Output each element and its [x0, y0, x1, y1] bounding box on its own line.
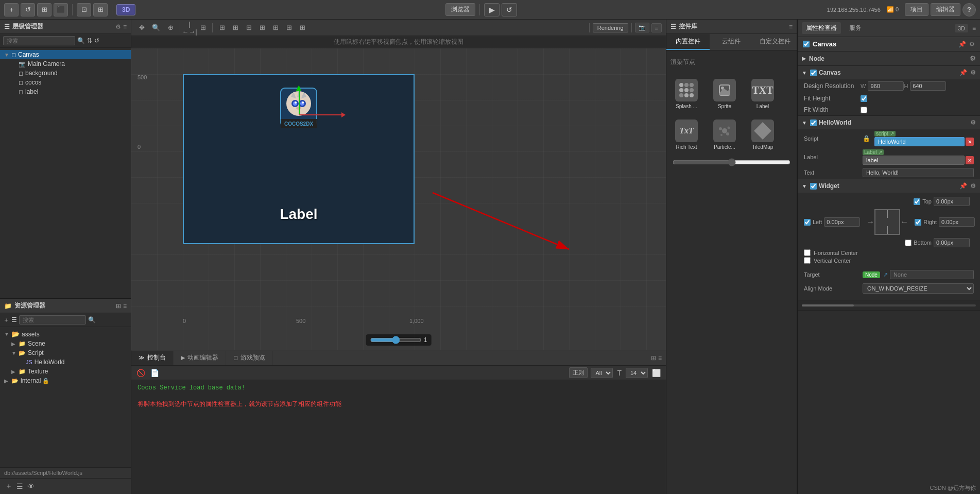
- assets-item-script[interactable]: ▼ 📂 Script: [0, 348, 131, 357]
- canvas-section-gear-icon[interactable]: ⚙: [970, 69, 976, 76]
- assets-add-icon[interactable]: ＋: [3, 316, 9, 325]
- scene-move-btn[interactable]: ✥: [135, 22, 148, 34]
- refresh-btn[interactable]: ↺: [21, 3, 35, 16]
- comp-item-label[interactable]: TXT Label: [745, 74, 781, 112]
- assets-list-icon[interactable]: ☰: [11, 316, 17, 323]
- helloworld-section-header[interactable]: ▼ HelloWorld ⚙: [798, 116, 980, 129]
- canvas-section-pin-icon[interactable]: 📌: [959, 69, 967, 76]
- widget-section-header[interactable]: ▼ Widget 📌 ⚙: [798, 179, 980, 193]
- help-btn[interactable]: ?: [962, 3, 976, 16]
- comp-tab-cloud[interactable]: 云组件: [710, 34, 753, 50]
- extra-btn6[interactable]: ⊞: [283, 22, 295, 34]
- extra-btn2[interactable]: ⊞: [229, 22, 242, 34]
- tree-item-maincamera[interactable]: 📷 Main Camera: [0, 59, 131, 69]
- left-input[interactable]: [824, 217, 860, 227]
- comp-item-sprite[interactable]: Sprite: [707, 74, 743, 112]
- browser-btn[interactable]: 浏览器: [445, 3, 475, 16]
- hw-section-gear-icon[interactable]: ⚙: [970, 119, 976, 126]
- hierarchy-more-icon[interactable]: ≡: [123, 23, 127, 30]
- extra-btn5[interactable]: ⊞: [269, 22, 282, 34]
- node-gear-icon[interactable]: ⚙: [970, 55, 976, 62]
- widget-section-pin-icon[interactable]: 📌: [959, 182, 967, 190]
- comp-tab-builtin[interactable]: 内置控件: [666, 34, 710, 50]
- inspector-tab-properties[interactable]: 属性检查器: [802, 22, 841, 34]
- scene-rotate-btn[interactable]: ⊕: [164, 22, 177, 34]
- comp-item-splash[interactable]: Splash ...: [668, 74, 704, 112]
- right-checkbox[interactable]: [915, 219, 921, 226]
- add-btn[interactable]: ＋: [4, 3, 19, 16]
- canvas-pin-icon[interactable]: 📌: [958, 41, 966, 48]
- node-section-header[interactable]: ▶ Node ⚙: [798, 52, 980, 65]
- extra-btn7[interactable]: ⊞: [296, 22, 308, 34]
- assets-settings-icon[interactable]: ⊞: [116, 302, 121, 310]
- snap-btn[interactable]: |←→|: [183, 22, 196, 34]
- assets-search-input[interactable]: [19, 315, 86, 325]
- widget-section-checkbox[interactable]: [810, 183, 817, 190]
- hw-section-checkbox[interactable]: [810, 120, 817, 126]
- rendering-btn[interactable]: Rendering: [593, 23, 628, 32]
- bottom-tab-settings-icon[interactable]: ⊞: [651, 354, 656, 362]
- sort-icon[interactable]: ⇅: [87, 37, 92, 44]
- screenshot-btn[interactable]: ⬛: [54, 3, 68, 16]
- console-file-btn[interactable]: 📄: [149, 368, 160, 378]
- console-maximize-btn[interactable]: ⬜: [651, 368, 662, 378]
- hierarchy-search-input[interactable]: [3, 36, 75, 45]
- project-btn[interactable]: 项目: [905, 3, 929, 16]
- 3d-btn[interactable]: 3D: [116, 4, 135, 15]
- camera-settings-btn[interactable]: 📷: [635, 23, 649, 32]
- assets-item-root[interactable]: ▼ 📂 assets: [0, 329, 131, 339]
- v-center-checkbox[interactable]: [804, 257, 811, 264]
- design-res-h-input[interactable]: [910, 81, 946, 91]
- play-btn[interactable]: ▶: [484, 3, 500, 16]
- fit-width-checkbox[interactable]: [861, 107, 867, 113]
- canvas-zoom-slider[interactable]: [370, 336, 422, 344]
- align-mode-select[interactable]: ON_WINDOW_RESIZE: [863, 283, 974, 294]
- left-checkbox[interactable]: [804, 219, 811, 226]
- bottom-input[interactable]: [934, 238, 970, 247]
- console-font-icon[interactable]: T: [616, 368, 623, 378]
- components-more-icon[interactable]: ≡: [789, 23, 793, 30]
- console-clear-btn[interactable]: 🚫: [135, 368, 146, 378]
- camera-more-btn[interactable]: ≡: [651, 23, 662, 32]
- label-close-btn[interactable]: ✕: [966, 156, 974, 164]
- grid-snap-btn[interactable]: ⊞: [197, 22, 209, 34]
- inspector-tab-service[interactable]: 服务: [845, 22, 866, 34]
- select-btn[interactable]: ⊞: [37, 3, 51, 16]
- target-link-icon[interactable]: ↗: [883, 271, 888, 278]
- assets-item-helloworld[interactable]: JS HelloWorld: [0, 357, 131, 367]
- scene-zoom-btn[interactable]: 🔍: [150, 22, 162, 34]
- tree-item-canvas[interactable]: ▼ ◻ Canvas: [0, 50, 131, 59]
- assets-search-icon[interactable]: 🔍: [88, 316, 96, 323]
- right-input[interactable]: [939, 217, 975, 227]
- top-checkbox[interactable]: [914, 198, 920, 205]
- widget-section-gear-icon[interactable]: ⚙: [970, 182, 976, 190]
- assets-list-bottom-btn[interactable]: ☰: [15, 481, 24, 491]
- extra-btn3[interactable]: ⊞: [243, 22, 255, 34]
- canvas-section-header[interactable]: ▼ Canvas 📌 ⚙: [798, 66, 980, 79]
- assets-item-scene[interactable]: ▶ 📁 Scene: [0, 339, 131, 348]
- fit-height-checkbox[interactable]: [861, 95, 867, 102]
- tab-preview[interactable]: ◻ 游戏预览: [226, 351, 273, 365]
- transform-btn[interactable]: ⊡: [77, 3, 91, 16]
- assets-more-icon[interactable]: ≡: [123, 302, 127, 310]
- canvas-section-checkbox[interactable]: [810, 70, 817, 76]
- canvas-settings-icon[interactable]: ⚙: [969, 41, 975, 48]
- console-font-size-select[interactable]: 14: [626, 368, 648, 378]
- refresh2-btn[interactable]: ↺: [502, 3, 517, 16]
- editor-btn[interactable]: 编辑器: [931, 3, 960, 16]
- h-center-checkbox[interactable]: [804, 249, 811, 256]
- assets-add-bottom-btn[interactable]: ＋: [4, 481, 13, 492]
- tab-animation[interactable]: ▶ 动画编辑器: [174, 351, 226, 365]
- tab-console[interactable]: ≫ 控制台: [131, 351, 174, 365]
- assets-item-internal[interactable]: ▶ 📂 internal 🔒: [0, 376, 131, 385]
- extra-btn4[interactable]: ⊞: [256, 22, 268, 34]
- hierarchy-settings-icon[interactable]: ⚙: [115, 23, 121, 30]
- inspector-more-icon[interactable]: ≡: [972, 25, 976, 32]
- design-res-w-input[interactable]: [868, 81, 904, 91]
- bottom-tab-more-icon[interactable]: ≡: [658, 354, 662, 362]
- refresh-tree-icon[interactable]: ↺: [94, 37, 99, 44]
- tree-item-cocos[interactable]: ◻ cocos: [0, 78, 131, 87]
- canvas-enabled-checkbox[interactable]: [803, 41, 810, 47]
- bottom-checkbox[interactable]: [905, 240, 912, 246]
- comp-item-particle[interactable]: Particle...: [707, 114, 743, 153]
